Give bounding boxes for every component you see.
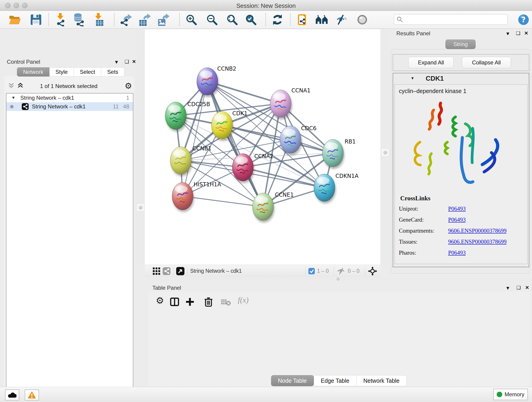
zoom-fit-icon[interactable] <box>225 13 239 26</box>
network-collection-row[interactable]: ▼ String Network – cdk1 1 <box>6 94 133 102</box>
grid-view-icon[interactable] <box>152 267 160 275</box>
network-view-canvas[interactable]: CCNB2CCNA1CDC25BCDK1CDC6RB1CCNB1CCNA2CDK… <box>145 29 380 265</box>
export-image-icon[interactable] <box>157 13 170 26</box>
add-column-icon[interactable] <box>185 297 195 307</box>
tab-edge-table[interactable]: Edge Table <box>314 375 356 386</box>
panel-undock-icon[interactable]: ❑ <box>516 285 521 290</box>
gene-caret-icon[interactable]: ▼ <box>411 76 414 81</box>
node-CCNE1[interactable]: CCNE1 <box>253 191 294 223</box>
table-panel-title: Table Panel <box>152 285 181 291</box>
show-glass-icon[interactable] <box>355 13 369 26</box>
node-CDC25B[interactable]: CDC25B <box>165 101 210 132</box>
panel-close-icon[interactable]: ✕ <box>132 59 136 64</box>
export-table-icon[interactable] <box>138 13 151 26</box>
node-label-HIST1H1A: HIST1H1A <box>194 181 221 188</box>
show-columns-icon[interactable] <box>170 298 179 306</box>
birdseye-view-icon[interactable] <box>176 267 184 275</box>
tab-node-table[interactable]: Node Table <box>271 375 314 386</box>
tab-sets[interactable]: Sets <box>101 67 124 77</box>
tab-network-table[interactable]: Network Table <box>356 375 407 386</box>
import-table-icon[interactable] <box>93 13 106 26</box>
zoom-selected-icon[interactable] <box>244 13 258 26</box>
node-CDKN1A[interactable]: CDKN1A <box>314 173 359 204</box>
pan-crosshair-icon[interactable] <box>368 267 377 276</box>
toolbar-separator <box>290 13 291 26</box>
crosslink-row: Pharos:P06493 <box>399 249 527 256</box>
zoom-in-icon[interactable] <box>185 13 198 26</box>
network-edge-count: 48 <box>123 103 129 110</box>
node-label-CDC6: CDC6 <box>301 125 317 132</box>
export-network-icon[interactable] <box>119 13 133 26</box>
memory-label: Memory <box>505 391 525 398</box>
panel-undock-icon[interactable]: ❑ <box>516 31 520 36</box>
status-bar: Memory <box>0 387 532 402</box>
delete-column-icon[interactable] <box>204 297 213 307</box>
hidden-eye-icon[interactable] <box>337 268 345 274</box>
table-toolbar: ⚙ f(x) <box>148 292 530 313</box>
panel-close-icon[interactable]: ✕ <box>525 285 529 290</box>
collapse-all-networks-icon[interactable] <box>8 83 15 89</box>
collapse-all-button[interactable]: Collapse All <box>462 57 511 68</box>
memory-button[interactable]: Memory <box>493 389 528 400</box>
search-field[interactable] <box>394 14 507 25</box>
collection-caret-icon[interactable]: ▼ <box>12 96 15 100</box>
edge-layer <box>176 81 333 207</box>
left-splitter[interactable] <box>136 29 144 265</box>
tab-string[interactable]: String <box>445 39 476 49</box>
search-input[interactable] <box>403 15 507 24</box>
hide-glass-icon[interactable] <box>335 13 348 26</box>
collection-count: 1 <box>126 95 129 101</box>
gene-header-row[interactable]: ▼ CDK1 <box>393 73 529 84</box>
cloud-button[interactable] <box>5 389 19 400</box>
node-CCNB1[interactable]: CCNB1 <box>170 145 211 176</box>
help-icon[interactable]: ? <box>517 13 530 26</box>
home-icon[interactable] <box>315 13 329 26</box>
node-CCNA1[interactable]: CCNA1 <box>270 87 310 119</box>
refresh-icon[interactable] <box>271 13 284 26</box>
right-splitter[interactable] <box>381 29 389 265</box>
crosslink-link[interactable]: 9606.ENSP00000378699 <box>448 228 507 234</box>
panel-float-icon[interactable]: ▼ <box>505 31 510 36</box>
warning-button[interactable] <box>25 389 39 400</box>
panel-undock-icon[interactable]: ❑ <box>125 59 129 64</box>
zoom-out-icon[interactable] <box>205 13 219 26</box>
control-panel-title: Control Panel <box>7 59 40 65</box>
node-CCNB2[interactable]: CCNB2 <box>197 65 236 97</box>
network-view-icon[interactable] <box>163 267 171 275</box>
node-RB1[interactable]: RB1 <box>322 138 355 169</box>
svg-text:?: ? <box>521 15 526 24</box>
selected-checkbox-icon[interactable] <box>308 268 315 274</box>
panel-close-icon[interactable]: ✕ <box>524 31 528 36</box>
left-splitter-handle[interactable] <box>137 204 144 211</box>
control-panel: Control Panel ▼ ❑ ✕ NetworkStyleSelectSe… <box>0 28 135 387</box>
panel-float-icon[interactable]: ▼ <box>114 60 119 64</box>
import-network-icon[interactable] <box>54 13 67 26</box>
toolbar-separator <box>114 13 114 26</box>
network-row-selected[interactable]: String Network – cdk1 11 48 <box>6 102 133 111</box>
crosslink-link[interactable]: P06493 <box>448 217 466 223</box>
protein-structure-image <box>404 96 512 192</box>
tab-style[interactable]: Style <box>50 67 74 77</box>
tab-network[interactable]: Network <box>17 67 50 77</box>
save-session-icon[interactable] <box>29 13 43 26</box>
crosslink-link[interactable]: 9606.ENSP00000378699 <box>448 239 507 245</box>
crosslink-row: Compartments:9606.ENSP00000378699 <box>399 228 527 234</box>
network-options-gear-icon[interactable]: ⚙ <box>125 81 132 91</box>
tab-select[interactable]: Select <box>74 67 101 77</box>
table-gear-icon[interactable]: ⚙ <box>156 295 164 306</box>
expand-all-button[interactable]: Expand All <box>408 57 454 68</box>
toolbar-divider <box>334 267 334 276</box>
node-HIST1H1A[interactable]: HIST1H1A <box>172 181 221 212</box>
crosslink-link[interactable]: P06493 <box>448 249 466 256</box>
import-network-from-database-icon[interactable] <box>72 13 85 26</box>
string-import-icon[interactable] <box>296 13 309 26</box>
hidden-counts: 0 – 0 <box>348 268 360 274</box>
expand-all-networks-icon[interactable] <box>17 83 24 89</box>
panel-float-icon[interactable]: ▼ <box>505 286 510 290</box>
horizontal-splitter-handle[interactable] <box>336 277 341 281</box>
right-splitter-handle[interactable] <box>381 148 389 156</box>
open-session-icon[interactable] <box>8 13 22 26</box>
collection-label: String Network – cdk1 <box>20 95 74 101</box>
node-label-CDC25B: CDC25B <box>187 101 210 108</box>
crosslink-link[interactable]: P06493 <box>448 206 466 212</box>
